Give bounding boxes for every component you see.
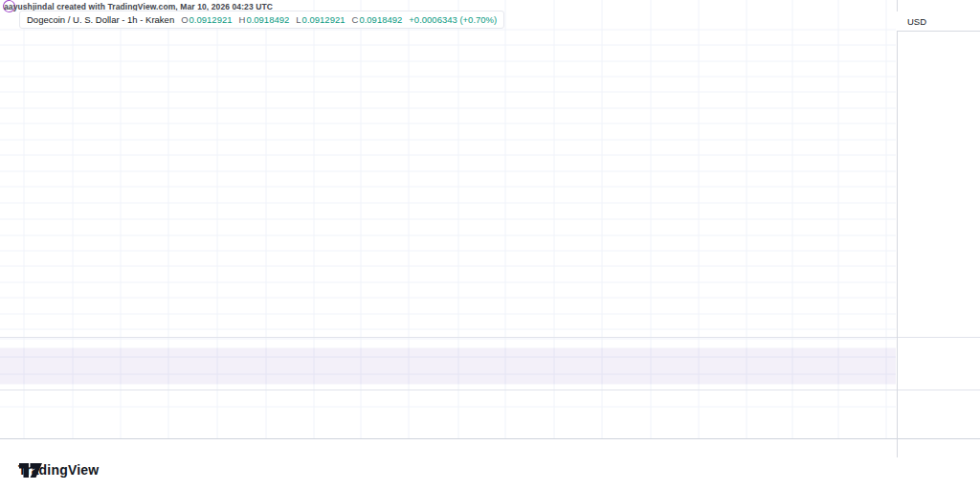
pane-separator-macd[interactable] xyxy=(0,390,980,390)
change-value: +0.0006343 (+0.70%) xyxy=(409,14,497,25)
ohlc-close: C0.0918492 xyxy=(352,14,403,25)
tradingview-logo[interactable]: TradingView xyxy=(18,462,99,478)
ohlc-high: H0.0918492 xyxy=(239,14,290,25)
ohlc-open: O0.0912921 xyxy=(181,14,232,25)
ohlc-low: L0.0912921 xyxy=(296,14,345,25)
chart-canvas[interactable] xyxy=(0,0,980,490)
symbol-title[interactable]: Dogecoin / U. S. Dollar - 1h - Kraken xyxy=(27,14,174,25)
time-axis-border xyxy=(0,438,980,439)
rsi-band xyxy=(0,348,896,385)
currency-selector[interactable]: USD xyxy=(897,11,980,32)
tradingview-logo-icon xyxy=(18,462,43,479)
price-axis-border xyxy=(897,0,898,457)
tradingview-chart-screenshot: aayushjindal created with TradingView.co… xyxy=(0,0,980,490)
symbol-info-bar[interactable]: Dogecoin / U. S. Dollar - 1h - Kraken O0… xyxy=(19,11,504,29)
pane-separator-rsi[interactable] xyxy=(0,337,980,338)
